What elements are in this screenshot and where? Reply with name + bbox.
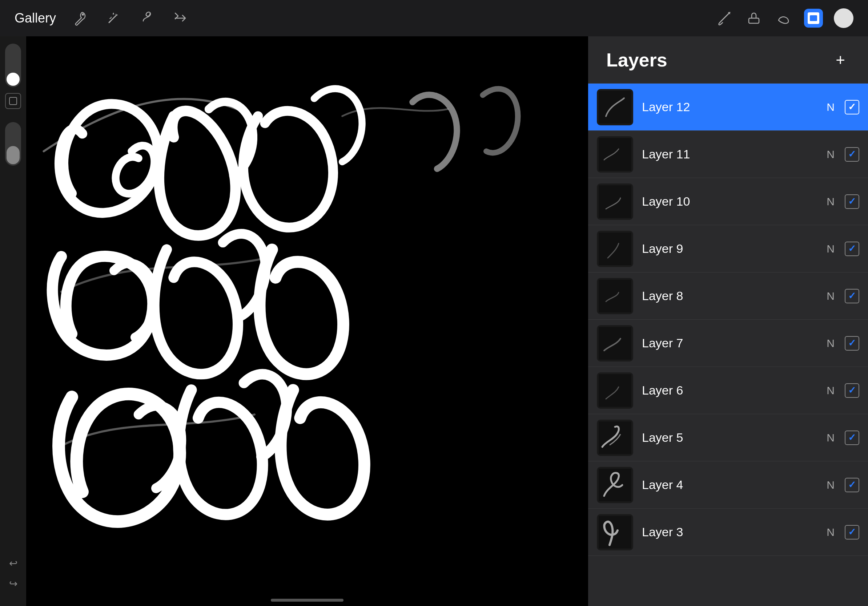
layer-visibility-5[interactable] xyxy=(845,431,859,445)
layer-thumb-4 xyxy=(597,467,633,503)
layer-item-6[interactable]: Layer 6N xyxy=(588,367,868,414)
layers-header: Layers + xyxy=(588,36,868,83)
svg-rect-12 xyxy=(599,374,631,407)
layer-visibility-11[interactable] xyxy=(845,147,859,162)
add-layer-button[interactable]: + xyxy=(831,51,850,70)
layer-name-3: Layer 3 xyxy=(642,525,816,539)
brush-tool-icon[interactable] xyxy=(715,9,733,28)
magic-tool[interactable] xyxy=(104,9,123,28)
opacity-fill xyxy=(6,146,20,164)
svg-rect-4 xyxy=(9,97,17,105)
layer-name-6: Layer 6 xyxy=(642,383,816,397)
left-sidebar: ↩ ↪ xyxy=(0,36,26,606)
layer-thumb-10 xyxy=(597,184,633,220)
layer-mode-6[interactable]: N xyxy=(825,384,836,397)
wrench-tool[interactable] xyxy=(71,9,90,28)
layer-visibility-7[interactable] xyxy=(845,336,859,351)
svg-rect-7 xyxy=(599,138,631,171)
svg-point-0 xyxy=(82,14,84,15)
gallery-button[interactable]: Gallery xyxy=(14,11,56,26)
svg-rect-8 xyxy=(599,185,631,218)
opacity-slider[interactable] xyxy=(5,122,21,166)
toolbar: Gallery xyxy=(0,0,868,36)
brush-size-fill xyxy=(6,73,20,86)
layer-mode-9[interactable]: N xyxy=(825,243,836,255)
color-picker[interactable] xyxy=(834,8,854,28)
layer-item-12[interactable]: Layer 12N xyxy=(588,83,868,131)
layer-mode-3[interactable]: N xyxy=(825,526,836,538)
layer-item-3[interactable]: Layer 3N xyxy=(588,509,868,556)
canvas-artwork xyxy=(26,36,588,606)
layer-name-9: Layer 9 xyxy=(642,241,816,256)
main-area: ↩ ↪ xyxy=(0,36,868,606)
layer-visibility-12[interactable] xyxy=(845,100,859,114)
eraser-tool-icon[interactable] xyxy=(744,9,763,28)
layer-mode-7[interactable]: N xyxy=(825,337,836,349)
layer-mode-5[interactable]: N xyxy=(825,431,836,444)
layer-mode-8[interactable]: N xyxy=(825,290,836,302)
layer-visibility-9[interactable] xyxy=(845,241,859,256)
layer-mode-10[interactable]: N xyxy=(825,195,836,208)
layer-thumb-8 xyxy=(597,278,633,314)
layers-tool-icon[interactable] xyxy=(804,9,823,28)
layer-item-5[interactable]: Layer 5N xyxy=(588,414,868,461)
layer-thumb-12 xyxy=(597,89,633,125)
layer-name-7: Layer 7 xyxy=(642,336,816,350)
undo-redo-group: ↩ ↪ xyxy=(5,555,21,599)
layer-item-9[interactable]: Layer 9N xyxy=(588,225,868,272)
layer-item-8[interactable]: Layer 8N xyxy=(588,272,868,320)
svg-rect-9 xyxy=(599,232,631,265)
smudge-tool[interactable] xyxy=(137,9,156,28)
layer-visibility-4[interactable] xyxy=(845,478,859,492)
transform-tool[interactable] xyxy=(171,9,190,28)
smudge-right-tool-icon[interactable] xyxy=(774,9,793,28)
redo-button[interactable]: ↪ xyxy=(5,575,21,592)
layer-thumb-11 xyxy=(597,136,633,173)
toolbar-left: Gallery xyxy=(14,9,715,28)
undo-button[interactable]: ↩ xyxy=(5,555,21,571)
layer-visibility-6[interactable] xyxy=(845,383,859,398)
layer-visibility-3[interactable] xyxy=(845,525,859,540)
layer-name-4: Layer 4 xyxy=(642,478,816,492)
layer-item-7[interactable]: Layer 7N xyxy=(588,320,868,367)
toolbar-right xyxy=(715,8,854,28)
svg-rect-3 xyxy=(810,15,817,21)
layer-name-8: Layer 8 xyxy=(642,289,816,303)
layer-mode-12[interactable]: N xyxy=(825,101,836,113)
layers-title: Layers xyxy=(606,49,667,71)
layer-visibility-10[interactable] xyxy=(845,194,859,209)
layer-item-10[interactable]: Layer 10N xyxy=(588,178,868,225)
layer-item-4[interactable]: Layer 4N xyxy=(588,461,868,509)
layer-mode-11[interactable]: N xyxy=(825,148,836,161)
layer-visibility-8[interactable] xyxy=(845,289,859,303)
brush-size-slider[interactable] xyxy=(5,43,21,87)
canvas-area xyxy=(26,36,588,606)
svg-rect-6 xyxy=(599,91,631,124)
layer-name-10: Layer 10 xyxy=(642,194,816,209)
layers-list: Layer 12NLayer 11NLayer 10NLayer 9NLayer… xyxy=(588,83,868,606)
layers-panel: Layers + Layer 12NLayer 11NLayer 10NLaye… xyxy=(588,36,868,606)
layer-name-5: Layer 5 xyxy=(642,431,816,445)
layer-mode-4[interactable]: N xyxy=(825,479,836,491)
layer-thumb-3 xyxy=(597,514,633,550)
layer-name-11: Layer 11 xyxy=(642,147,816,161)
svg-rect-1 xyxy=(749,18,759,23)
shape-tool[interactable] xyxy=(5,93,21,109)
scrubber-bar[interactable] xyxy=(271,599,344,601)
layer-name-12: Layer 12 xyxy=(642,100,816,114)
layer-item-11[interactable]: Layer 11N xyxy=(588,131,868,178)
layer-thumb-6 xyxy=(597,373,633,409)
svg-rect-15 xyxy=(599,516,631,549)
layer-thumb-5 xyxy=(597,420,633,456)
layer-thumb-9 xyxy=(597,231,633,267)
layer-thumb-7 xyxy=(597,325,633,362)
